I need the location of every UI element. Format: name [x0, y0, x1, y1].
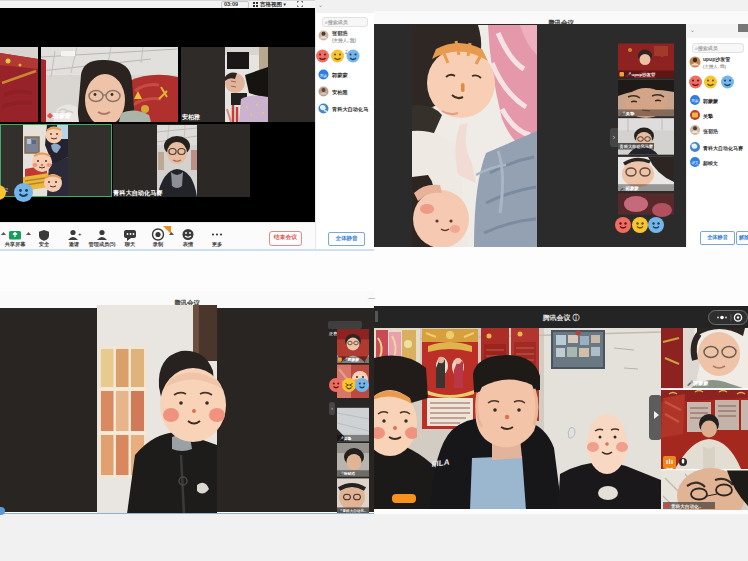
svg-text:青科大自动化马赛: 青科大自动化马赛 [702, 145, 743, 152]
svg-text:🎤郭蒙蒙: 🎤郭蒙蒙 [687, 380, 708, 387]
svg-text:(主持人, 我): (主持人, 我) [332, 37, 356, 44]
svg-text:🎤郭蒙蒙: 🎤郭蒙蒙 [343, 357, 359, 362]
svg-text:郝竣文: 郝竣文 [702, 160, 718, 167]
svg-text:张郁浩: 张郁浩 [689, 461, 704, 468]
svg-text:郭蒙蒙: 郭蒙蒙 [702, 98, 718, 105]
svg-text:安柏雅: 安柏雅 [332, 89, 348, 96]
svg-text:管理成员(5): 管理成员(5) [87, 241, 115, 248]
svg-text:郭蒙蒙: 郭蒙蒙 [331, 72, 348, 79]
svg-text:🎤吴摯: 🎤吴摯 [339, 436, 352, 441]
svg-text:🎤郭蒙蒙: 🎤郭蒙蒙 [620, 185, 639, 192]
svg-text:竣文: 竣文 [691, 160, 699, 165]
svg-text:安全: 安全 [39, 241, 50, 247]
svg-text:张郁浩: 张郁浩 [703, 128, 718, 135]
svg-text:邀请: 邀请 [68, 241, 79, 248]
svg-text:表情: 表情 [182, 241, 194, 248]
svg-text:青科大自动化马: 青科大自动化马 [331, 106, 368, 113]
svg-text:郭蒙: 郭蒙 [691, 98, 699, 103]
svg-text:🎤upup沙发管: 🎤upup沙发管 [626, 71, 656, 78]
svg-text:共享屏幕: 共享屏幕 [4, 241, 27, 248]
svg-text:张郁浩: 张郁浩 [332, 30, 348, 37]
svg-text:更多: 更多 [212, 241, 222, 247]
svg-text:(主持人, 我): (主持人, 我) [703, 64, 726, 70]
svg-text:录制: 录制 [152, 241, 163, 248]
svg-text:吴摯: 吴摯 [702, 113, 713, 120]
svg-text:🎤吴摯: 🎤吴摯 [620, 110, 635, 117]
svg-text:郭蒙: 郭蒙 [320, 73, 328, 78]
svg-text:聊天: 聊天 [124, 241, 136, 247]
svg-text:+: + [78, 231, 82, 237]
svg-text:🎤张郁浩: 🎤张郁浩 [339, 471, 355, 476]
svg-text:upup沙发管: upup沙发管 [703, 56, 730, 63]
